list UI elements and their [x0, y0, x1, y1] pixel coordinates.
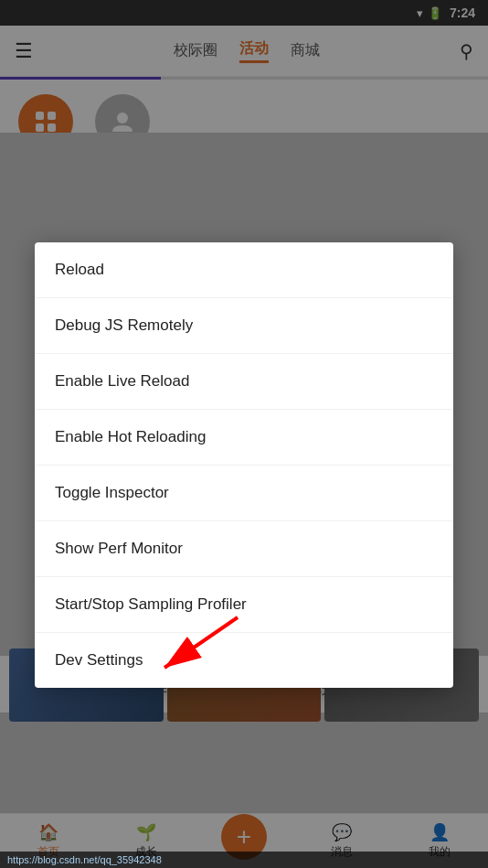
dev-menu-item-toggle-inspector[interactable]: Toggle Inspector: [35, 466, 453, 521]
dev-menu-item-sampling-profiler[interactable]: Start/Stop Sampling Profiler: [35, 577, 453, 633]
dev-menu-item-hot-reload[interactable]: Enable Hot Reloading: [35, 410, 453, 466]
dev-menu-item-live-reload[interactable]: Enable Live Reload: [35, 354, 453, 410]
url-text: https://blog.csdn.net/qq_35942348: [7, 854, 162, 865]
url-bar: https://blog.csdn.net/qq_35942348: [0, 852, 488, 868]
dev-menu-item-dev-settings[interactable]: Dev Settings: [35, 633, 453, 688]
dev-menu-item-perf-monitor[interactable]: Show Perf Monitor: [35, 521, 453, 577]
dev-menu-item-reload[interactable]: Reload: [35, 242, 453, 298]
dev-menu-dialog: Reload Debug JS Remotely Enable Live Rel…: [35, 242, 453, 688]
dev-menu-item-debug-js[interactable]: Debug JS Remotely: [35, 298, 453, 354]
